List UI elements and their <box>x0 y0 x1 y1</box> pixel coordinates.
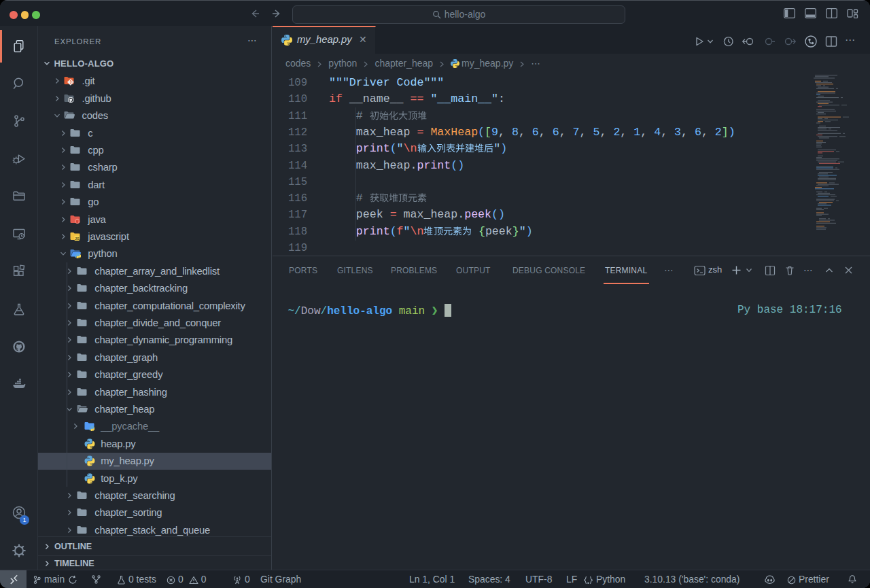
svg-text:JS: JS <box>75 237 80 241</box>
